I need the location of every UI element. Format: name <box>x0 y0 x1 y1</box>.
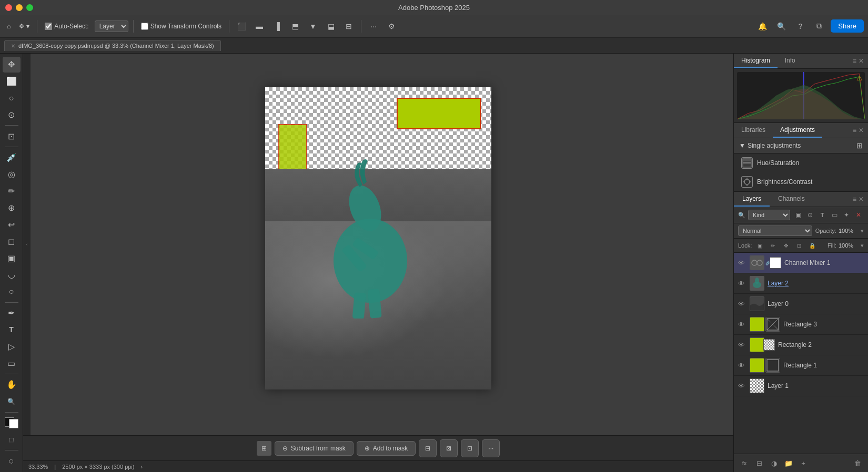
crop-tool[interactable]: ⊡ <box>3 128 21 144</box>
tab-libraries[interactable]: Libraries <box>734 123 773 138</box>
search-button[interactable]: 🔍 <box>774 19 789 34</box>
tab-adjustments[interactable]: Adjustments <box>773 123 822 138</box>
layer-visibility-channel-mixer[interactable]: 👁 <box>738 259 746 267</box>
layers-menu-icon[interactable]: ≡ <box>853 196 856 203</box>
home-button[interactable]: ⌂ <box>4 21 13 32</box>
document-tab[interactable]: ✕ dIMG_3608-copy copy.psdm.psd @ 33.3% (… <box>4 40 221 51</box>
layer-fx-button[interactable]: fx <box>738 457 751 469</box>
filter-adj-button[interactable]: ⊙ <box>805 210 815 220</box>
filter-shape-button[interactable]: ▭ <box>829 210 840 220</box>
filter-smart-button[interactable]: ✦ <box>841 210 852 220</box>
adj-menu-icon[interactable]: ≡ <box>853 127 856 134</box>
spot-heal-tool[interactable]: ◎ <box>3 167 21 182</box>
align-bottom-button[interactable]: ⬓ <box>324 19 338 34</box>
layer-visibility-layer2[interactable]: 👁 <box>738 280 746 288</box>
tab-channels[interactable]: Channels <box>770 192 813 207</box>
foreground-color[interactable] <box>3 415 21 431</box>
opacity-arrow-icon[interactable]: ▾ <box>861 228 864 234</box>
settings-button[interactable]: ⚙ <box>384 19 399 34</box>
layer-item-layer1[interactable]: 👁 Layer 1 <box>734 376 868 396</box>
rectangle-3-canvas[interactable] <box>397 98 481 129</box>
close-button[interactable] <box>5 4 12 11</box>
canvas-content[interactable]: ‹ <box>23 54 733 435</box>
new-layer-button[interactable]: + <box>797 457 810 469</box>
help-button[interactable]: ? <box>793 19 808 34</box>
tab-info[interactable]: Info <box>778 54 803 68</box>
new-group-button[interactable]: 📁 <box>782 457 795 469</box>
auto-select-checkbox[interactable] <box>45 23 52 30</box>
filter-type-button[interactable]: T <box>817 210 827 220</box>
layer-item-rect2[interactable]: 👁 Rectangle 2 <box>734 335 868 355</box>
hue-saturation-item[interactable]: Hue/Saturation <box>734 153 868 172</box>
mask-option-3-button[interactable]: ⊡ <box>461 439 479 457</box>
zoom-tool[interactable]: 🔍 <box>3 394 21 409</box>
eraser-tool[interactable]: ◻ <box>3 233 21 249</box>
delete-layer-button[interactable]: 🗑 <box>851 457 864 469</box>
notification-button[interactable]: 🔔 <box>755 19 770 34</box>
more-options-button[interactable]: ··· <box>366 19 381 34</box>
layer-visibility-rect2[interactable]: 👁 <box>738 341 746 349</box>
gradient-tool[interactable]: ▣ <box>3 250 21 266</box>
histogram-menu-icon[interactable]: ≡ <box>853 57 856 65</box>
layer-item-layer0[interactable]: 👁 Layer 0 <box>734 294 868 314</box>
kind-filter-dropdown[interactable]: Kind <box>748 210 790 220</box>
share-button[interactable]: Share <box>831 19 864 33</box>
hand-tool[interactable]: ✋ <box>3 377 21 393</box>
histogram-collapse-icon[interactable]: ✕ <box>859 57 864 65</box>
traffic-lights[interactable] <box>5 4 33 11</box>
layer-visibility-layer0[interactable]: 👁 <box>738 300 746 308</box>
move-tool[interactable]: ✥ <box>3 57 21 73</box>
tab-histogram[interactable]: Histogram <box>734 54 778 68</box>
auto-select-dropdown[interactable]: Layer Group <box>95 20 128 32</box>
filter-pixel-button[interactable]: ▣ <box>793 210 803 220</box>
brightness-contrast-item[interactable]: Brightness/Contrast <box>734 172 868 191</box>
lock-all-button[interactable]: 🔒 <box>807 240 817 251</box>
fill-arrow-icon[interactable]: ▾ <box>861 242 864 249</box>
align-left-button[interactable]: ⬛ <box>234 19 249 34</box>
align-top-button[interactable]: ⬒ <box>288 19 302 34</box>
align-right-button[interactable]: ▐ <box>270 19 285 34</box>
layers-collapse-icon[interactable]: ✕ <box>859 196 864 203</box>
layer-visibility-rect3[interactable]: 👁 <box>738 321 746 329</box>
brush-tool[interactable]: ✏ <box>3 183 21 199</box>
mask-option-2-button[interactable]: ⊠ <box>440 439 458 457</box>
lock-artboard-button[interactable]: ⊡ <box>794 240 804 251</box>
layer-item-rect1[interactable]: 👁 Rectangle 1 <box>734 355 868 376</box>
shape-tool[interactable]: ▭ <box>3 355 21 371</box>
lock-position-button[interactable]: ✥ <box>781 240 791 251</box>
add-to-mask-button[interactable]: ⊕ Add to mask <box>357 441 416 456</box>
move-tool-options[interactable]: ✥ ▾ <box>16 21 32 32</box>
tab-layers[interactable]: Layers <box>734 192 770 207</box>
type-tool[interactable]: T <box>3 322 21 338</box>
lock-image-button[interactable]: ✏ <box>768 240 778 251</box>
minimize-button[interactable] <box>16 4 23 11</box>
layer-item-rect3[interactable]: 👁 Rectangle 3 <box>734 314 868 335</box>
new-fill-adj-button[interactable]: ◑ <box>768 457 780 469</box>
mask-more-button[interactable]: ··· <box>482 439 500 457</box>
marquee-tool[interactable]: ⬜ <box>3 74 21 89</box>
quick-mask-button[interactable]: ⬚ <box>3 432 21 447</box>
align-middle-v-button[interactable]: ▼ <box>306 19 320 34</box>
lasso-tool[interactable]: ○ <box>3 90 21 106</box>
filter-close-button[interactable]: ✕ <box>853 210 864 220</box>
layer-item-layer2[interactable]: 👁 Layer 2 <box>734 273 868 294</box>
dodge-tool[interactable]: ○ <box>3 284 21 300</box>
layer-item-channel-mixer[interactable]: 👁 🔗 Channel Mixer 1 <box>734 253 868 273</box>
pen-tool[interactable]: ✒ <box>3 305 21 321</box>
history-brush-tool[interactable]: ↩ <box>3 217 21 232</box>
fill-input[interactable] <box>839 242 859 249</box>
transform-controls-checkbox[interactable] <box>141 23 148 30</box>
layer-visibility-layer1[interactable]: 👁 <box>738 382 746 390</box>
distribute-left-button[interactable]: ⊟ <box>341 19 356 34</box>
quick-select-tool[interactable]: ⊙ <box>3 107 21 123</box>
adj-collapse-icon[interactable]: ✕ <box>859 127 864 134</box>
lock-transparent-button[interactable]: ▣ <box>754 240 765 251</box>
opacity-input[interactable] <box>839 228 859 234</box>
timeline-icon[interactable]: ⊞ <box>257 441 271 456</box>
tab-close-icon[interactable]: ✕ <box>11 43 15 49</box>
add-mask-button[interactable]: ⊟ <box>753 457 765 469</box>
collapse-icon[interactable]: ▼ <box>739 142 745 149</box>
transform-controls-label[interactable]: Show Transform Controls <box>138 21 224 32</box>
screen-mode-button[interactable]: ⬡ <box>3 453 21 469</box>
maximize-button[interactable] <box>26 4 33 11</box>
